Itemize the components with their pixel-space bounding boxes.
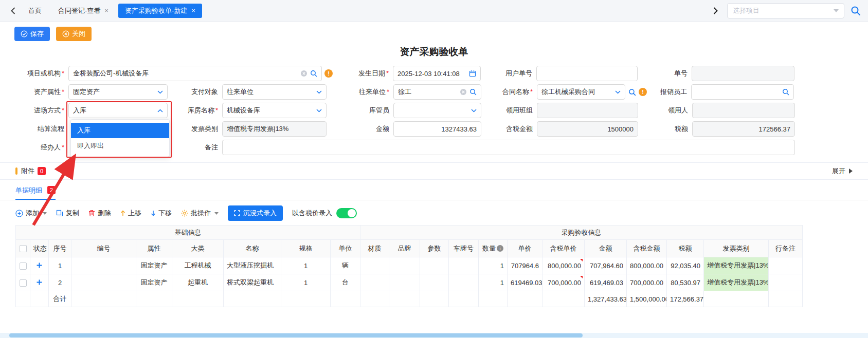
batch-operations-button[interactable]: 批操作 [181, 209, 219, 218]
entry-mode-select[interactable]: 入库 [68, 103, 168, 118]
tab-asset-acceptance-new[interactable]: 资产采购验收单-新建 × [118, 4, 202, 18]
clear-icon[interactable] [460, 88, 467, 96]
cell-code[interactable] [71, 274, 136, 291]
cell-row-remark[interactable] [769, 274, 803, 291]
cell-category[interactable]: 起重机 [172, 274, 224, 291]
pay-object-select[interactable]: 往来单位 [222, 84, 327, 100]
tab-contract-view[interactable]: 合同登记-查看 × [51, 4, 115, 18]
scan-corners-icon [234, 210, 240, 216]
cell-tax-price[interactable]: 700,000.00 [542, 274, 585, 291]
project-org-field[interactable]: 金桥装配公司-机械设备库 [68, 66, 322, 81]
horizontal-scrollbar-track[interactable] [0, 333, 868, 338]
search-icon[interactable] [469, 88, 477, 96]
search-icon[interactable] [628, 88, 636, 96]
remark-field[interactable] [222, 140, 795, 155]
contract-name-select[interactable]: 徐工机械采购合同 [537, 84, 625, 100]
cell-unit[interactable]: 台 [331, 274, 360, 291]
asset-attr-select[interactable]: 固定资产 [68, 84, 168, 100]
cell-plate[interactable] [449, 257, 479, 274]
close-tab-icon[interactable]: × [104, 7, 109, 14]
cell-qty[interactable]: 1 [479, 274, 508, 291]
cell-invoice[interactable]: 增值税专用发票|13% [704, 257, 769, 274]
project-select[interactable]: 选择项目 [727, 3, 844, 18]
warehouse-select[interactable]: 机械设备库 [222, 103, 327, 118]
cell-invoice[interactable]: 增值税专用发票|13% [704, 274, 769, 291]
select-all-checkbox[interactable] [20, 245, 27, 252]
row-status-cell[interactable] [30, 257, 49, 274]
cell-param[interactable] [420, 274, 449, 291]
reimburse-staff-field[interactable] [691, 84, 794, 100]
search-icon[interactable] [782, 88, 789, 96]
immersive-entry-button[interactable]: 沉浸式录入 [228, 205, 283, 221]
horizontal-scrollbar-thumb[interactable] [9, 333, 583, 337]
cell-spec[interactable]: 1 [281, 257, 331, 274]
arrow-up-icon [120, 210, 125, 216]
warehouse-label: 库房名称 [168, 106, 222, 115]
dropdown-option-in-warehouse[interactable]: 入库 [71, 123, 169, 138]
cell-brand[interactable] [389, 274, 420, 291]
col-price: 单价 [508, 240, 542, 257]
cell-category[interactable]: 工程机械 [172, 257, 224, 274]
group-header-basic: 基础信息 [16, 226, 360, 240]
cell-material[interactable] [360, 274, 389, 291]
move-down-button[interactable]: 下移 [151, 209, 172, 218]
project-select-placeholder: 选择项目 [733, 6, 834, 15]
tab-detail-lines[interactable]: 单据明细 2 [15, 186, 56, 200]
tabs-forward-icon[interactable] [710, 5, 721, 16]
cell-tax-price[interactable]: 800,000.00 [542, 257, 585, 274]
cell-attr[interactable]: 固定资产 [136, 257, 172, 274]
cell-name[interactable]: 桥式双梁起重机 [224, 274, 281, 291]
tax-incl-amount-field: 1500000 [537, 121, 638, 137]
cell-param[interactable] [420, 257, 449, 274]
project-org-label: 项目或机构 [0, 69, 68, 78]
tabs-back-icon[interactable] [7, 5, 19, 16]
global-search-icon[interactable] [851, 6, 861, 16]
total-label: 合计 [49, 291, 71, 307]
cell-qty[interactable]: 1 [479, 257, 508, 274]
col-spec: 规格 [281, 240, 331, 257]
move-up-button[interactable]: 上移 [120, 209, 141, 218]
chevron-down-icon [316, 90, 322, 94]
tax-entry-toggle[interactable] [336, 208, 357, 218]
chevron-down-icon [43, 212, 47, 215]
calendar-icon[interactable] [469, 70, 476, 77]
delete-row-button[interactable]: 删除 [88, 209, 111, 218]
delete-label: 删除 [98, 209, 111, 218]
chevron-down-icon [471, 109, 477, 112]
cell-price[interactable]: 619469.03 [508, 274, 542, 291]
row-status-cell[interactable] [30, 274, 49, 291]
cell-spec[interactable]: 1 [281, 274, 331, 291]
search-icon[interactable] [310, 70, 317, 77]
close-tab-icon[interactable]: × [191, 7, 195, 14]
cell-attr[interactable]: 固定资产 [136, 274, 172, 291]
clear-icon[interactable] [300, 70, 308, 77]
cell-material[interactable] [360, 257, 389, 274]
cell-code[interactable] [71, 257, 136, 274]
row-checkbox[interactable] [20, 279, 27, 287]
expand-button[interactable]: 展开 [832, 166, 853, 176]
close-button[interactable]: 关闭 [56, 27, 92, 41]
user-order-no-field[interactable] [536, 66, 638, 81]
cell-row-remark[interactable] [769, 257, 803, 274]
save-button[interactable]: 保存 [14, 27, 50, 41]
amount-field[interactable]: 1327433.63 [393, 121, 481, 137]
plus-circle-icon [15, 210, 23, 217]
warehouse-keeper-select[interactable] [393, 103, 481, 118]
cell-name[interactable]: 大型液压挖掘机 [224, 257, 281, 274]
cell-brand[interactable] [389, 257, 420, 274]
cell-tax-amount: 700,000.00 [627, 274, 667, 291]
row-checkbox[interactable] [20, 262, 27, 270]
cell-plate[interactable] [449, 274, 479, 291]
cell-seq: 1 [49, 257, 71, 274]
cell-price[interactable]: 707964.6 [508, 257, 542, 274]
col-category: 大类 [172, 240, 224, 257]
dropdown-option-in-out[interactable]: 即入即出 [71, 138, 169, 154]
occur-date-field[interactable]: 2025-12-03 10:41:08 [393, 66, 481, 81]
copy-row-button[interactable]: 复制 [56, 209, 79, 218]
tab-home[interactable]: 首页 [22, 4, 48, 18]
cell-unit[interactable]: 辆 [331, 257, 360, 274]
add-row-button[interactable]: 添加 [15, 209, 47, 218]
option-label: 入库 [77, 126, 91, 135]
info-icon [497, 245, 503, 252]
counterparty-field[interactable]: 徐工 [393, 84, 481, 100]
